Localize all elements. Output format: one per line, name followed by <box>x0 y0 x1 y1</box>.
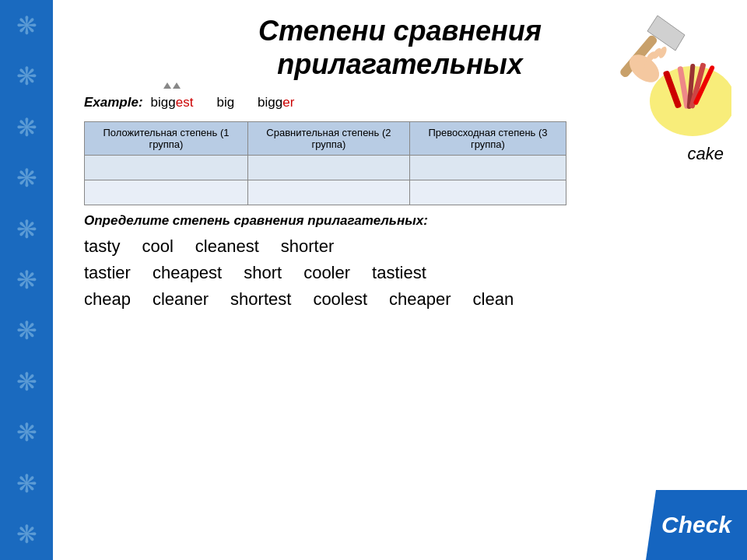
col-header-3: Превосходная степень (3 группа) <box>409 122 566 156</box>
word-cheaper[interactable]: cheaper <box>389 289 451 310</box>
bug-8: ❋ <box>16 369 37 394</box>
bug-10: ❋ <box>16 471 37 496</box>
bug-11: ❋ <box>16 522 37 547</box>
bug-2: ❋ <box>16 64 37 89</box>
bug-3: ❋ <box>16 115 37 140</box>
degrees-table: Положительная степень (1 группа) Сравнит… <box>84 121 566 205</box>
check-button[interactable]: Check <box>646 490 747 560</box>
col-header-2: Сравнительная степень (2 группа) <box>247 122 409 156</box>
word-tastier[interactable]: tastier <box>84 263 131 283</box>
bug-6: ❋ <box>16 268 37 292</box>
cell-2-1[interactable] <box>85 180 248 205</box>
arrow-up-1 <box>163 82 171 89</box>
er-highlight: er <box>282 95 294 110</box>
word-cheap[interactable]: cheap <box>84 289 131 310</box>
est-highlight: est <box>176 95 194 110</box>
painting-illustration <box>591 8 731 148</box>
word-row-1: tasty cool cleanest shorter <box>84 236 716 257</box>
example-words: biggest big bigger <box>151 95 295 110</box>
bug-1: ❋ <box>16 13 37 38</box>
word-tastiest[interactable]: tastiest <box>372 263 426 283</box>
cell-2-3[interactable] <box>409 180 566 205</box>
bug-7: ❋ <box>16 318 37 343</box>
task-instruction: Определите степень сравнения прилагатель… <box>53 205 747 233</box>
illustration <box>591 8 731 148</box>
main-content: Степени сравнения прилагательных <box>53 0 747 560</box>
word-cooler[interactable]: cooler <box>303 263 350 283</box>
word-cleaner[interactable]: cleaner <box>153 289 209 310</box>
cell-1-1[interactable] <box>85 156 248 180</box>
word-clean[interactable]: clean <box>473 289 514 310</box>
word-tasty[interactable]: tasty <box>84 236 120 257</box>
left-border: ❋ ❋ ❋ ❋ ❋ ❋ ❋ ❋ ❋ ❋ ❋ <box>0 0 53 560</box>
word-big: big <box>216 95 234 110</box>
cell-1-3[interactable] <box>409 156 566 180</box>
bug-9: ❋ <box>16 420 37 445</box>
word-bigger: bigger <box>258 95 294 110</box>
bug-4: ❋ <box>16 166 37 191</box>
word-shortest[interactable]: shortest <box>230 289 291 310</box>
word-short[interactable]: short <box>244 263 282 283</box>
word-row-3: cheap cleaner shortest coolest cheaper c… <box>84 289 716 310</box>
word-coolest[interactable]: coolest <box>313 289 367 310</box>
cell-1-2[interactable] <box>247 156 409 180</box>
cake-label: cake <box>688 144 724 164</box>
words-area: tasty cool cleanest shorter tastier chea… <box>53 233 747 319</box>
col-header-1: Положительная степень (1 группа) <box>85 122 248 156</box>
word-cleanest[interactable]: cleanest <box>195 236 259 257</box>
word-row-2: tastier cheapest short cooler tastiest <box>84 263 716 283</box>
bug-5: ❋ <box>16 217 37 242</box>
table-row-1 <box>85 156 566 180</box>
arrow-up-2 <box>173 82 181 89</box>
word-shorter[interactable]: shorter <box>281 236 334 257</box>
word-biggest: biggest <box>151 95 194 110</box>
word-cool[interactable]: cool <box>142 236 173 257</box>
example-label: Example: <box>84 95 143 110</box>
word-cheapest[interactable]: cheapest <box>153 263 222 283</box>
table-row-2 <box>85 180 566 205</box>
cell-2-2[interactable] <box>247 180 409 205</box>
